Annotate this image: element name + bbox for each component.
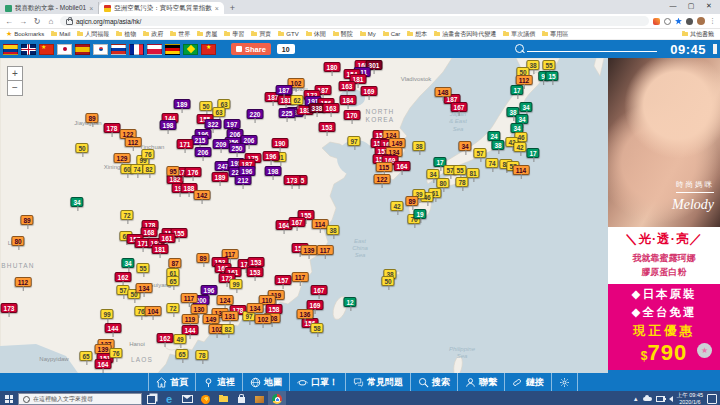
bookmark-item[interactable]: Mail (51, 30, 70, 39)
aqi-marker[interactable]: 17 (526, 148, 539, 158)
reload-icon[interactable]: ↻ (32, 17, 42, 26)
flag-br-icon[interactable] (183, 44, 198, 55)
flag-de-icon[interactable] (165, 44, 180, 55)
aqi-marker[interactable]: 176 (185, 167, 202, 177)
new-tab-button[interactable]: + (230, 3, 235, 13)
aqi-marker[interactable]: 15 (545, 71, 558, 81)
share-button[interactable]: Share (231, 43, 271, 55)
aqi-marker[interactable]: 153 (248, 257, 265, 267)
aqi-marker[interactable]: 212 (235, 175, 252, 185)
aqi-marker[interactable]: 114 (513, 165, 530, 175)
bookmark-item[interactable]: 買賣 (251, 30, 271, 39)
other-bookmarks[interactable]: 其他書籤 (682, 30, 714, 39)
aqi-marker[interactable]: 38 (491, 140, 504, 150)
aqi-marker[interactable]: 74 (485, 158, 498, 168)
aqi-marker[interactable]: 72 (166, 303, 179, 313)
aqi-marker[interactable]: 55 (542, 60, 555, 70)
speaker-icon[interactable] (669, 396, 673, 402)
aqi-marker[interactable]: 42 (390, 201, 403, 211)
bookmark-item[interactable]: 單次議價 (503, 30, 535, 39)
home-icon[interactable]: ⌂ (46, 17, 56, 26)
bookmark-item[interactable]: 醫院 (333, 30, 353, 39)
aqi-marker[interactable]: 112 (125, 137, 142, 147)
aqi-marker[interactable]: 184 (340, 95, 357, 105)
aqi-marker[interactable]: 215 (192, 135, 209, 145)
bookmark-item[interactable]: 想本 (407, 30, 427, 39)
aqi-marker[interactable]: 173 (1, 303, 18, 313)
browser-tab-active[interactable]: 亞洲空氣污染：實時空氣質量指數 × (99, 2, 224, 14)
aqi-marker[interactable]: 167 (451, 102, 468, 112)
action-center-icon[interactable] (707, 394, 717, 404)
flag-cn-icon[interactable] (39, 44, 54, 55)
nav-item-faq[interactable]: 常見問題 (345, 373, 410, 391)
aqi-marker[interactable]: 76 (141, 149, 154, 159)
aqi-marker[interactable]: 162 (157, 333, 174, 343)
zoom-out-button[interactable]: − (7, 81, 23, 96)
mail-app[interactable] (178, 391, 196, 405)
aqi-marker[interactable]: 34 (458, 141, 471, 151)
aqi-marker[interactable]: 65 (166, 276, 179, 286)
aqi-marker[interactable]: 57 (473, 148, 486, 158)
store-app[interactable] (232, 391, 250, 405)
aqi-marker[interactable]: 198 (265, 166, 282, 176)
aqi-marker[interactable]: 197 (224, 119, 241, 129)
aqi-marker[interactable]: 196 (263, 151, 280, 161)
aqi-marker[interactable]: 87 (168, 258, 181, 268)
aqi-marker[interactable]: 124 (217, 295, 234, 305)
profile-avatar[interactable] (697, 17, 705, 25)
taskbar-clock[interactable]: 上午 09:45 2020/1/6 (677, 392, 703, 405)
ad-panel[interactable]: 時尚媽咪 Melody ＼光·透·亮／ 我就靠蜜露珂娜 膠原蛋白粉 ◆日本原裝 … (608, 58, 720, 373)
nav-item-pin[interactable]: 這裡 (195, 373, 242, 391)
aqi-marker[interactable]: 55 (453, 165, 466, 175)
aqi-marker[interactable]: 89 (405, 196, 418, 206)
aqi-marker[interactable]: 80 (436, 178, 449, 188)
aqi-marker[interactable]: 12 (343, 297, 356, 307)
aqi-marker[interactable]: 81 (466, 168, 479, 178)
browser-menu-icon[interactable]: ⋮ (709, 17, 716, 25)
firefox-app[interactable] (196, 391, 214, 405)
aqi-marker[interactable]: 119 (182, 314, 199, 324)
taskbar-search[interactable]: 在這裡輸入文字來搜尋 (18, 393, 142, 405)
bookmark-item[interactable]: 植物 (116, 30, 136, 39)
file-explorer-app[interactable] (214, 391, 232, 405)
aqi-marker[interactable]: 206 (195, 147, 212, 157)
onedrive-cloud-icon[interactable] (643, 397, 652, 401)
aqi-marker[interactable]: 178 (104, 123, 121, 133)
aqi-marker[interactable]: 136 (297, 309, 314, 319)
extension-icon[interactable] (686, 18, 693, 25)
aqi-marker[interactable]: 131 (222, 311, 239, 321)
aqi-marker[interactable]: 153 (319, 122, 336, 132)
aqi-marker[interactable]: 162 (115, 272, 132, 282)
nav-item-globe[interactable]: 地圖 (242, 373, 289, 391)
aqi-marker[interactable]: 170 (344, 110, 361, 120)
nav-item-mask[interactable]: 口罩！ (289, 373, 345, 391)
aqi-marker[interactable]: 196 (201, 285, 218, 295)
aqi-marker[interactable]: 19 (413, 209, 426, 219)
aqi-marker[interactable]: 99 (229, 279, 242, 289)
flag-pl-icon[interactable] (147, 44, 162, 55)
aqi-marker[interactable]: 173 (284, 175, 301, 185)
aqi-marker[interactable]: 171 (177, 139, 194, 149)
flag-vn-icon[interactable] (201, 44, 216, 55)
aqi-marker[interactable]: 167 (311, 285, 328, 295)
aqi-marker[interactable]: 115 (376, 162, 393, 172)
aqi-marker[interactable]: 190 (272, 138, 289, 148)
aqi-marker[interactable]: 63 (212, 107, 225, 117)
bookmark-item[interactable]: 專用區 (542, 30, 568, 39)
aqi-marker[interactable]: 180 (324, 62, 341, 72)
aqi-marker[interactable]: 99 (100, 309, 113, 319)
aqi-marker[interactable]: 187 (276, 85, 293, 95)
bookmark-item[interactable]: 房屋 (197, 30, 217, 39)
maximize-button[interactable]: ▢ (682, 0, 700, 12)
aqi-marker[interactable]: 148 (435, 87, 452, 97)
nav-item-link[interactable]: 鏈接 (504, 373, 551, 391)
flag-fr-icon[interactable] (129, 44, 144, 55)
aqi-marker[interactable]: 34 (519, 102, 532, 112)
forward-icon[interactable]: → (18, 17, 28, 26)
bookmark-star-icon[interactable] (675, 18, 682, 25)
aqi-marker[interactable]: 112 (15, 277, 32, 287)
aqi-marker[interactable]: 42 (513, 142, 526, 152)
aqi-marker[interactable]: 220 (247, 109, 264, 119)
aqi-marker[interactable]: 322 (205, 119, 222, 129)
aqi-marker[interactable]: 181 (152, 244, 169, 254)
